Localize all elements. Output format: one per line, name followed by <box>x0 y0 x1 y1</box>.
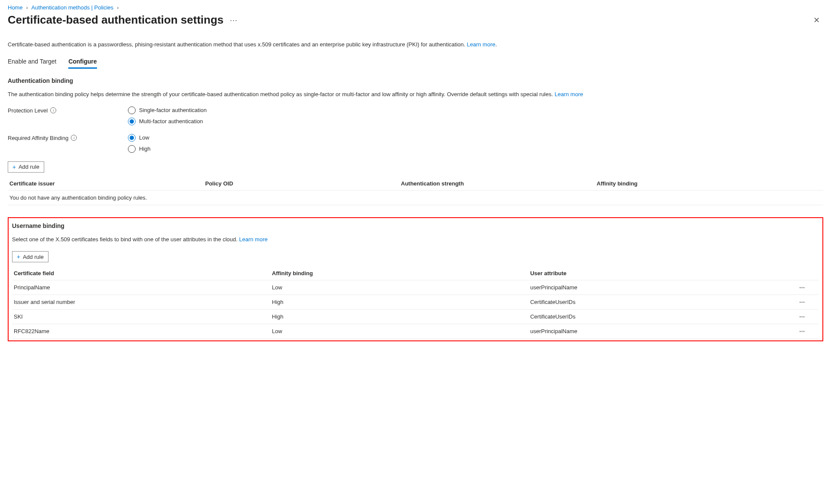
close-icon[interactable]: ✕ <box>810 14 823 27</box>
more-icon[interactable]: ⋯ <box>230 15 238 25</box>
username-binding-table: Certificate field Affinity binding User … <box>12 267 819 339</box>
plus-icon: + <box>17 253 20 260</box>
plus-icon: + <box>12 164 16 170</box>
row-actions-icon[interactable]: ⋯ <box>799 299 809 305</box>
cell-user-attr: userPrincipalName <box>528 280 798 295</box>
table-row[interactable]: PrincipalName Low userPrincipalName ⋯ <box>12 280 819 295</box>
cell-affinity: High <box>270 295 529 310</box>
column-header-issuer[interactable]: Certificate issuer <box>8 177 203 191</box>
radio-circle-icon <box>128 134 136 142</box>
cell-cert-field: RFC822Name <box>12 324 270 339</box>
page-title: Certificate-based authentication setting… <box>8 13 224 27</box>
add-rule-button[interactable]: + Add rule <box>8 161 44 173</box>
authentication-binding-section: Authentication binding The authenticatio… <box>8 77 823 205</box>
affinity-binding-row: Required Affinity Binding i Low High <box>8 134 823 153</box>
radio-label: Low <box>139 134 149 141</box>
row-actions-icon[interactable]: ⋯ <box>799 328 809 334</box>
affinity-binding-text: Required Affinity Binding <box>8 135 68 141</box>
auth-binding-desc: The authentication binding policy helps … <box>8 90 823 99</box>
radio-label: Single-factor authentication <box>139 107 207 113</box>
affinity-binding-label: Required Affinity Binding i <box>8 134 128 141</box>
radio-circle-icon <box>128 118 136 125</box>
radio-affinity-low[interactable]: Low <box>128 134 151 142</box>
breadcrumb: Home › Authentication methods | Policies… <box>8 4 823 11</box>
row-actions-icon[interactable]: ⋯ <box>799 284 809 291</box>
cell-affinity: Low <box>270 324 529 339</box>
radio-label: Multi-factor authentication <box>139 118 203 124</box>
auth-binding-table: Certificate issuer Policy OID Authentica… <box>8 177 823 205</box>
add-rule-label: Add rule <box>23 254 43 260</box>
title-row: Certificate-based authentication setting… <box>8 13 823 27</box>
username-binding-title: Username binding <box>12 222 819 229</box>
cell-user-attr: userPrincipalName <box>528 324 798 339</box>
radio-circle-icon <box>128 145 136 153</box>
radio-affinity-high[interactable]: High <box>128 145 151 153</box>
protection-level-text: Protection Level <box>8 107 48 114</box>
row-actions-icon[interactable]: ⋯ <box>799 313 809 320</box>
breadcrumb-home[interactable]: Home <box>8 4 23 11</box>
cell-affinity: Low <box>270 280 529 295</box>
column-header-affinity[interactable]: Affinity binding <box>595 177 823 191</box>
affinity-radio-group: Low High <box>128 134 151 153</box>
username-binding-desc-text: Select one of the X.509 certificates fie… <box>12 236 239 243</box>
chevron-right-icon: › <box>117 4 118 11</box>
table-row[interactable]: RFC822Name Low userPrincipalName ⋯ <box>12 324 819 339</box>
column-header-cert-field[interactable]: Certificate field <box>12 267 270 280</box>
cell-user-attr: CertificateUserIDs <box>528 295 798 310</box>
cell-cert-field: Issuer and serial number <box>12 295 270 310</box>
cell-user-attr: CertificateUserIDs <box>528 310 798 324</box>
username-binding-desc: Select one of the X.509 certificates fie… <box>12 235 819 244</box>
column-header-affinity[interactable]: Affinity binding <box>270 267 529 280</box>
tabs: Enable and Target Configure <box>8 55 823 69</box>
cell-cert-field: PrincipalName <box>12 280 270 295</box>
radio-label: High <box>139 146 151 152</box>
add-rule-label: Add rule <box>18 164 39 170</box>
radio-multi-factor[interactable]: Multi-factor authentication <box>128 118 207 125</box>
radio-circle-icon <box>128 106 136 114</box>
auth-binding-title: Authentication binding <box>8 77 823 84</box>
column-header-user-attr[interactable]: User attribute <box>528 267 798 280</box>
learn-more-link[interactable]: Learn more <box>555 91 583 97</box>
auth-binding-desc-text: The authentication binding policy helps … <box>8 91 555 97</box>
table-row[interactable]: SKI High CertificateUserIDs ⋯ <box>12 310 819 324</box>
breadcrumb-auth-methods[interactable]: Authentication methods | Policies <box>31 4 113 11</box>
description-text: Certificate-based authentication is a pa… <box>8 41 467 48</box>
column-header-policy-oid[interactable]: Policy OID <box>203 177 399 191</box>
info-icon[interactable]: i <box>50 107 56 113</box>
column-header-auth-strength[interactable]: Authentication strength <box>399 177 595 191</box>
username-binding-section: Username binding Select one of the X.509… <box>8 217 823 342</box>
empty-state-text: You do not have any authentication bindi… <box>8 190 823 205</box>
learn-more-link[interactable]: Learn more <box>467 41 495 48</box>
cell-affinity: High <box>270 310 529 324</box>
chevron-right-icon: › <box>26 4 28 11</box>
add-rule-button[interactable]: + Add rule <box>12 251 49 262</box>
page-description: Certificate-based authentication is a pa… <box>8 41 823 48</box>
column-header-actions <box>798 267 819 280</box>
protection-level-label: Protection Level i <box>8 106 128 114</box>
tab-enable-and-target[interactable]: Enable and Target <box>8 55 56 69</box>
info-icon[interactable]: i <box>71 135 77 141</box>
cell-cert-field: SKI <box>12 310 270 324</box>
table-row[interactable]: Issuer and serial number High Certificat… <box>12 295 819 310</box>
learn-more-link[interactable]: Learn more <box>239 236 267 243</box>
radio-single-factor[interactable]: Single-factor authentication <box>128 106 207 114</box>
tab-configure[interactable]: Configure <box>68 55 97 69</box>
period: . <box>495 41 497 48</box>
protection-level-radio-group: Single-factor authentication Multi-facto… <box>128 106 207 125</box>
protection-level-row: Protection Level i Single-factor authent… <box>8 106 823 125</box>
